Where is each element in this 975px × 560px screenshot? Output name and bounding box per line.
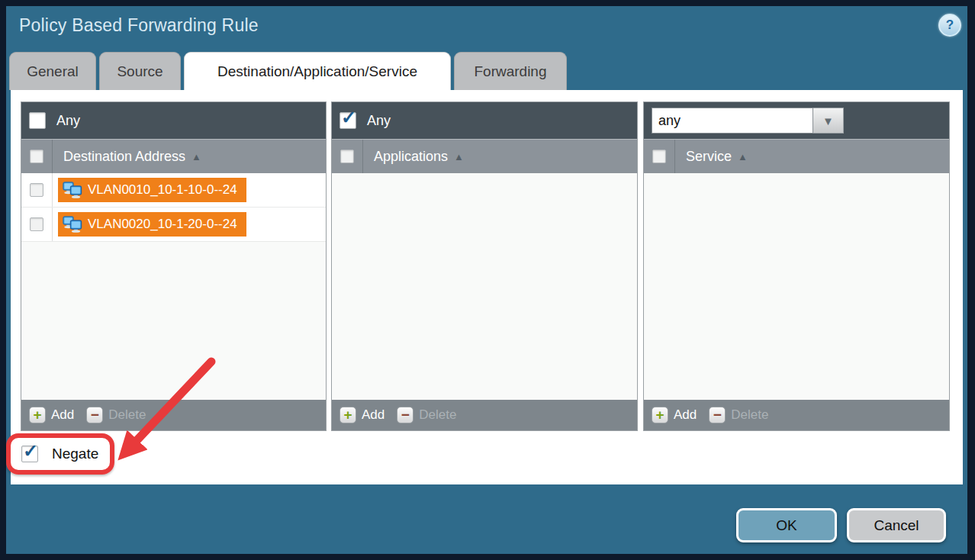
cancel-button[interactable]: Cancel — [847, 508, 946, 542]
delete-icon: − — [709, 407, 726, 423]
destination-any-checkbox[interactable] — [29, 112, 46, 129]
destination-column-header[interactable]: Destination Address ▲ — [21, 139, 326, 173]
service-toolbar: + Add − Delete — [644, 400, 949, 430]
tab-source[interactable]: Source — [99, 52, 181, 90]
service-dropdown-value[interactable]: any — [652, 108, 813, 134]
tab-forwarding[interactable]: Forwarding — [454, 52, 567, 90]
add-button[interactable]: + Add — [652, 407, 709, 423]
address-object-vlan0020[interactable]: VLAN0020_10-1-20-0--24 — [58, 212, 246, 237]
row-checkbox[interactable] — [30, 217, 43, 231]
tab-bar: General Source Destination/Application/S… — [9, 52, 570, 90]
destination-select-all-checkbox[interactable] — [30, 150, 43, 163]
delete-button[interactable]: − Delete — [86, 407, 158, 423]
service-column-header[interactable]: Service ▲ — [644, 139, 949, 173]
add-icon: + — [29, 407, 46, 423]
destination-column-label: Destination Address — [63, 149, 185, 165]
applications-any-checkbox[interactable]: ✓ — [339, 112, 356, 129]
dialog-title: Policy Based Forwarding Rule — [19, 15, 259, 36]
delete-icon: − — [397, 407, 413, 423]
negate-label: Negate — [52, 446, 98, 462]
tab-general[interactable]: General — [9, 52, 96, 90]
network-icon — [63, 182, 82, 198]
tab-content: Any Destination Address ▲ — [11, 90, 963, 484]
service-column-label: Service — [686, 149, 732, 165]
tab-destination-application-service[interactable]: Destination/Application/Service — [184, 52, 451, 90]
applications-select-all-checkbox[interactable] — [340, 150, 354, 163]
service-dropdown-header: any ▼ — [644, 102, 949, 139]
service-select-all-checkbox[interactable] — [652, 150, 666, 163]
destination-address-panel: Any Destination Address ▲ — [21, 101, 327, 431]
destination-list: VLAN0010_10-1-10-0--24 — [21, 173, 326, 400]
destination-any-label: Any — [56, 113, 80, 129]
applications-any-header: ✓ Any — [332, 102, 637, 139]
network-icon — [63, 216, 82, 233]
sort-ascending-icon: ▲ — [454, 151, 464, 163]
negate-control: ✓ Negate — [21, 446, 98, 462]
delete-button[interactable]: − Delete — [397, 407, 468, 423]
applications-panel: ✓ Any Applications ▲ + Add − Delete — [331, 101, 638, 431]
add-icon: + — [339, 407, 356, 423]
row-checkbox[interactable] — [30, 183, 43, 197]
add-icon: + — [652, 407, 668, 423]
delete-icon: − — [86, 407, 103, 423]
applications-column-header[interactable]: Applications ▲ — [332, 139, 637, 173]
address-object-label: VLAN0020_10-1-20-0--24 — [88, 217, 237, 232]
service-dropdown[interactable]: any ▼ — [652, 108, 844, 134]
checkmark-icon: ✓ — [23, 442, 38, 460]
help-icon[interactable]: ? — [938, 14, 961, 37]
add-button[interactable]: + Add — [29, 407, 86, 423]
add-button[interactable]: + Add — [339, 407, 397, 423]
checkmark-icon: ✓ — [341, 108, 356, 127]
service-panel: any ▼ Service ▲ + Add − Delete — [643, 101, 950, 431]
sort-ascending-icon: ▲ — [738, 151, 748, 163]
applications-column-label: Applications — [374, 149, 448, 165]
ok-button[interactable]: OK — [736, 508, 837, 542]
address-object-label: VLAN0010_10-1-10-0--24 — [88, 182, 237, 198]
table-row: VLAN0020_10-1-20-0--24 — [21, 208, 326, 242]
applications-list — [332, 173, 637, 400]
chevron-down-icon[interactable]: ▼ — [813, 108, 844, 134]
table-row: VLAN0010_10-1-10-0--24 — [21, 173, 326, 208]
negate-checkbox[interactable]: ✓ — [21, 446, 38, 462]
address-object-vlan0010[interactable]: VLAN0010_10-1-10-0--24 — [58, 178, 246, 202]
destination-any-header: Any — [21, 102, 326, 139]
service-list — [644, 173, 949, 400]
delete-button[interactable]: − Delete — [709, 407, 780, 423]
applications-any-label: Any — [367, 113, 391, 129]
applications-toolbar: + Add − Delete — [332, 400, 637, 430]
destination-toolbar: + Add − Delete — [21, 400, 326, 430]
pbf-rule-dialog: Policy Based Forwarding Rule ? General S… — [6, 6, 967, 554]
sort-ascending-icon: ▲ — [191, 151, 201, 163]
